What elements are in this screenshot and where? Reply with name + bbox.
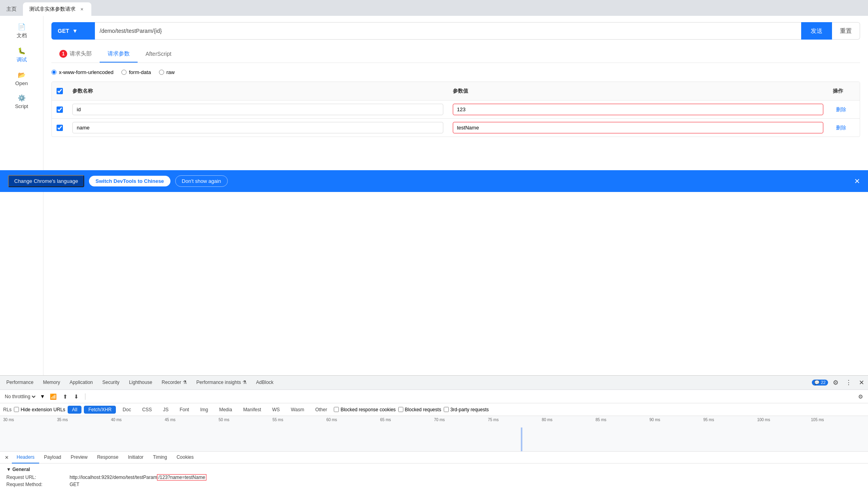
- devtools-close-btn[interactable]: ✕: [857, 378, 866, 387]
- bottom-tab-timing[interactable]: Timing: [148, 452, 172, 464]
- bottom-tab-headers[interactable]: Headers: [12, 452, 39, 464]
- download-icon-btn[interactable]: ⬇: [72, 393, 80, 401]
- devtools-tab-lighthouse[interactable]: Lighthouse: [124, 376, 157, 390]
- bottom-tab-response-label: Response: [97, 454, 118, 460]
- filter-btn-all[interactable]: All: [68, 406, 81, 414]
- devtools-tab-recorder[interactable]: Recorder ⚗: [157, 376, 192, 390]
- bottom-tab-response[interactable]: Response: [92, 452, 123, 464]
- debug-icon: 🐛: [18, 47, 26, 55]
- filter-btn-other[interactable]: Other: [311, 406, 331, 414]
- row2-value-input[interactable]: [453, 122, 824, 133]
- checkbox-hide-ext-input[interactable]: [14, 407, 19, 412]
- radio-formdata-input[interactable]: [121, 70, 127, 75]
- dont-show-btn[interactable]: Don't show again: [175, 175, 228, 187]
- tab-request-params[interactable]: 请求参数: [100, 46, 138, 63]
- general-row-url: Request URL: http://localhost:9292/demo/…: [6, 475, 862, 480]
- devtools-tab-adblock[interactable]: AdBlock: [252, 376, 278, 390]
- devtools-tab-application[interactable]: Application: [65, 376, 98, 390]
- throttle-select[interactable]: No throttling: [3, 393, 37, 400]
- row2-name-cell: [68, 119, 448, 137]
- bottom-tab-close-btn[interactable]: ✕: [2, 455, 12, 460]
- settings-icon-btn[interactable]: ⚙: [857, 393, 865, 401]
- checkbox-blocked-req-input[interactable]: [398, 407, 403, 412]
- switch-devtools-btn[interactable]: Switch DevTools to Chinese: [89, 176, 170, 186]
- body-type-selector: x-www-form-urlencoded form-data raw: [51, 69, 860, 75]
- notification-language-btn[interactable]: Change Chrome's language: [8, 175, 84, 187]
- devtools-tab-security-label: Security: [102, 380, 119, 385]
- tab-request-headers[interactable]: 1 请求头部: [51, 46, 100, 63]
- bottom-tab-cookies[interactable]: Cookies: [172, 452, 198, 464]
- script-icon: ⚙️: [18, 94, 26, 102]
- filter-btn-js[interactable]: JS: [159, 406, 173, 414]
- devtools-tab-lighthouse-label: Lighthouse: [129, 380, 152, 385]
- row2-name-input[interactable]: [72, 122, 443, 133]
- row2-delete-btn[interactable]: 删除: [833, 125, 849, 131]
- notification-close-btn[interactable]: ✕: [854, 177, 860, 186]
- devtools-settings-btn[interactable]: ⚙: [830, 378, 841, 387]
- checkbox-blocked-cookies[interactable]: Blocked response cookies: [334, 407, 395, 412]
- checkbox-hide-ext[interactable]: Hide extension URLs: [14, 407, 65, 412]
- params-header: 参数名称 参数值 操作: [52, 82, 860, 101]
- filter-btn-font[interactable]: Font: [175, 406, 193, 414]
- bottom-tab-payload[interactable]: Payload: [39, 452, 66, 464]
- devtools-tab-memory[interactable]: Memory: [38, 376, 65, 390]
- row1-name-input[interactable]: [72, 104, 443, 115]
- general-title[interactable]: ▼ General: [6, 467, 862, 472]
- filter-btn-ws[interactable]: WS: [268, 406, 284, 414]
- tab-test[interactable]: 测试非实体参数请求 ✕: [23, 2, 91, 16]
- radio-raw[interactable]: raw: [159, 69, 175, 75]
- filter-btn-manifest[interactable]: Manifest: [239, 406, 265, 414]
- bottom-tabs: ✕ Headers Payload Preview Response Initi…: [0, 452, 868, 464]
- filter-btn-wasm[interactable]: Wasm: [287, 406, 309, 414]
- send-button[interactable]: 发送: [801, 22, 832, 40]
- row1-value-input[interactable]: [453, 104, 824, 115]
- sidebar-item-script[interactable]: ⚙️ Script: [0, 91, 43, 112]
- checkbox-third-party[interactable]: 3rd-party requests: [444, 407, 489, 412]
- marker-80: 80 ms: [542, 418, 596, 422]
- url-input[interactable]: [95, 22, 801, 40]
- marker-105: 105 ms: [811, 418, 865, 422]
- radio-urlencoded[interactable]: x-www-form-urlencoded: [51, 69, 113, 75]
- bottom-tab-initiator[interactable]: Initiator: [123, 452, 148, 464]
- sidebar-item-debug[interactable]: 🐛 调试: [0, 44, 43, 66]
- filter-btn-css[interactable]: CSS: [138, 406, 156, 414]
- filter-btn-fetch[interactable]: Fetch/XHR: [84, 406, 116, 414]
- filter-btn-media[interactable]: Media: [215, 406, 236, 414]
- row1-delete-btn[interactable]: 删除: [833, 106, 849, 112]
- bottom-tab-preview[interactable]: Preview: [66, 452, 93, 464]
- row1-name-cell: [68, 101, 448, 118]
- devtools-tab-security[interactable]: Security: [98, 376, 124, 390]
- devtools-tab-performance[interactable]: Performance: [2, 376, 38, 390]
- checkbox-blocked-req[interactable]: Blocked requests: [398, 407, 441, 412]
- tab-request-headers-label: 请求头部: [70, 50, 92, 57]
- tab-home-label: 主页: [6, 6, 17, 13]
- sidebar-item-open[interactable]: 📂 Open: [0, 68, 43, 89]
- filter-btn-img[interactable]: Img: [196, 406, 212, 414]
- method-button[interactable]: GET ▼: [51, 22, 95, 40]
- sidebar-item-debug-label: 调试: [17, 56, 27, 63]
- header-checkbox-input[interactable]: [57, 88, 63, 94]
- row1-checkbox[interactable]: [57, 106, 63, 113]
- tab-afterscript[interactable]: AfterScript: [138, 46, 179, 63]
- reset-button[interactable]: 重置: [832, 22, 860, 40]
- row2-value-cell: [448, 119, 828, 137]
- checkbox-blocked-cookies-input[interactable]: [334, 407, 339, 412]
- tab-test-close[interactable]: ✕: [79, 6, 85, 12]
- radio-urlencoded-input[interactable]: [51, 70, 57, 75]
- sidebar-item-docs[interactable]: 📄 文档: [0, 20, 43, 42]
- radio-raw-input[interactable]: [159, 70, 164, 75]
- devtools-more-btn[interactable]: ⋮: [843, 378, 854, 387]
- wifi-icon-btn[interactable]: 📶: [48, 393, 58, 401]
- tab-home[interactable]: 主页: [0, 2, 23, 16]
- row2-checkbox[interactable]: [57, 125, 63, 131]
- devtools-tab-perf-insights[interactable]: Performance insights ⚗: [192, 376, 252, 390]
- sidebar-item-open-label: Open: [15, 80, 28, 86]
- filter-btn-doc[interactable]: Doc: [118, 406, 135, 414]
- row2-checkbox-cell: [52, 122, 68, 134]
- upload-icon-btn[interactable]: ⬆: [61, 393, 69, 401]
- open-icon: 📂: [18, 71, 26, 79]
- radio-formdata[interactable]: form-data: [121, 69, 151, 75]
- checkbox-third-party-input[interactable]: [444, 407, 449, 412]
- marker-95: 95 ms: [703, 418, 757, 422]
- devtools-tab-bar: Performance Memory Application Security …: [0, 376, 868, 390]
